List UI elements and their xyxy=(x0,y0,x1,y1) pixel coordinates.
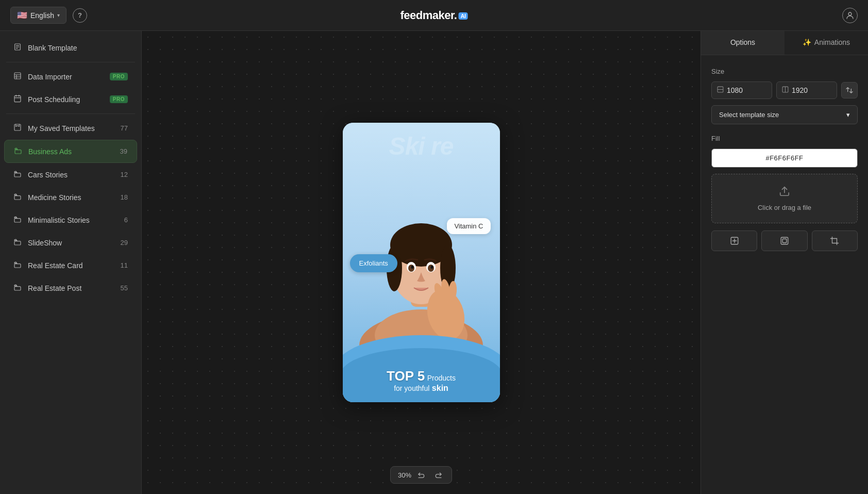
sidebar-item-real-estate-post[interactable]: Real Estate Post 55 xyxy=(4,277,137,299)
panel-tabs: Options ✨ Animations xyxy=(701,31,868,55)
image-tool-fill-button[interactable] xyxy=(761,230,807,251)
youthful-text: for youthful xyxy=(394,384,429,392)
undo-button[interactable] xyxy=(415,470,428,480)
business-ads-label: Business Ads xyxy=(28,147,120,156)
bottom-toolbar: 30% xyxy=(390,466,452,484)
main-layout: Blank Template Data Importer PRO Post Sc… xyxy=(0,31,868,494)
real-estate-post-label: Real Estate Post xyxy=(28,284,121,292)
logo-ai-badge: AI xyxy=(458,12,468,20)
sidebar-item-blank-template[interactable]: Blank Template xyxy=(4,37,137,59)
svg-rect-44 xyxy=(781,237,788,244)
skin-text: skin xyxy=(432,384,448,392)
logo-text: feedmaker. xyxy=(400,9,457,22)
tab-options[interactable]: Options xyxy=(701,31,784,55)
vitamin-c-label: Vitamin C xyxy=(454,222,483,230)
sidebar-item-medicine-stories[interactable]: Medicine Stories 18 xyxy=(4,186,137,208)
topbar: 🇺🇸 English ▾ ? feedmaker.AI xyxy=(0,0,868,31)
svg-point-30 xyxy=(408,265,414,272)
size-section-label: Size xyxy=(711,68,858,75)
animations-icon: ✨ xyxy=(803,38,811,46)
chevron-down-icon: ▾ xyxy=(846,111,850,119)
sidebar-item-business-ads[interactable]: Business Ads 39 xyxy=(4,140,137,163)
slideshow-badge: 29 xyxy=(121,239,128,246)
svg-rect-15 xyxy=(14,173,21,177)
my-saved-templates-label: My Saved Templates xyxy=(28,124,121,133)
vitamin-c-tag: Vitamin C xyxy=(447,218,490,234)
svg-rect-17 xyxy=(14,219,21,222)
svg-rect-13 xyxy=(14,124,21,130)
help-button[interactable]: ? xyxy=(73,8,87,23)
post-scheduling-pro-badge: PRO xyxy=(110,95,128,103)
card-bottom-text: TOP 5 Products for youthful skin xyxy=(343,369,500,393)
upload-text: Click or drag a file xyxy=(758,204,811,211)
sidebar-item-slideshow[interactable]: SlideShow 29 xyxy=(4,232,137,254)
svg-rect-45 xyxy=(782,239,787,243)
image-tool-crop-button[interactable] xyxy=(812,230,858,251)
svg-rect-9 xyxy=(14,96,21,102)
width-icon xyxy=(717,86,724,94)
card-background: Ski re xyxy=(343,123,500,402)
fill-color-box[interactable]: #F6F6F6FF xyxy=(711,149,858,168)
upload-area[interactable]: Click or drag a file xyxy=(711,174,858,223)
svg-point-33 xyxy=(430,266,433,269)
width-input-box xyxy=(711,81,772,99)
image-tools-row xyxy=(711,230,858,251)
sidebar-item-post-scheduling[interactable]: Post Scheduling PRO xyxy=(4,88,137,110)
cars-stories-label: Cars Stories xyxy=(28,171,121,179)
profile-button[interactable] xyxy=(842,8,858,23)
tab-animations[interactable]: ✨ Animations xyxy=(784,31,868,55)
topbar-center: feedmaker.AI xyxy=(400,9,468,22)
swap-dimensions-button[interactable] xyxy=(841,82,858,98)
blank-template-icon xyxy=(13,43,22,53)
data-importer-icon xyxy=(13,72,22,81)
canvas-card[interactable]: Ski re xyxy=(343,123,500,402)
canvas-wrapper: Ski re xyxy=(343,123,500,402)
chevron-down-icon: ▾ xyxy=(57,12,60,18)
real-estate-post-badge: 55 xyxy=(121,284,128,292)
exfoliants-label: Exfoliants xyxy=(359,259,388,267)
products-text: Products xyxy=(427,374,456,382)
sidebar-item-my-saved-templates[interactable]: My Saved Templates 77 xyxy=(4,117,137,139)
panel-body: Size Select xyxy=(701,55,868,494)
svg-rect-16 xyxy=(14,196,21,200)
my-saved-templates-icon xyxy=(13,123,22,133)
topbar-left: 🇺🇸 English ▾ ? xyxy=(10,7,87,24)
tab-options-label: Options xyxy=(730,38,755,46)
height-input[interactable] xyxy=(792,86,823,94)
size-row xyxy=(711,81,858,99)
top5-text: TOP 5 xyxy=(387,368,425,384)
width-input[interactable] xyxy=(727,86,758,94)
sidebar-item-data-importer[interactable]: Data Importer PRO xyxy=(4,65,137,88)
blank-template-label: Blank Template xyxy=(28,44,128,52)
sidebar-item-minimalistic-stories[interactable]: Minimalistic Stories 6 xyxy=(4,209,137,231)
person-svg xyxy=(343,150,500,356)
slideshow-label: SlideShow xyxy=(28,239,121,247)
canvas-area: Ski re xyxy=(142,31,700,494)
right-panel: Options ✨ Animations Size xyxy=(700,31,868,494)
minimalistic-stories-badge: 6 xyxy=(124,216,128,224)
post-scheduling-icon xyxy=(13,94,22,104)
svg-rect-5 xyxy=(14,73,21,79)
select-template-size-button[interactable]: Select template size ▾ xyxy=(711,105,858,124)
height-icon xyxy=(782,86,789,94)
redo-button[interactable] xyxy=(432,470,444,480)
cars-stories-badge: 12 xyxy=(121,171,128,178)
image-tool-fit-button[interactable] xyxy=(711,230,757,251)
my-saved-templates-badge: 77 xyxy=(121,124,128,132)
fill-section-label: Fill xyxy=(711,135,858,142)
card-watermark-text: Ski re xyxy=(343,132,500,160)
medicine-stories-icon xyxy=(13,192,22,202)
fill-color-value: #F6F6F6FF xyxy=(765,154,803,162)
minimalistic-stories-label: Minimalistic Stories xyxy=(28,216,124,224)
tab-animations-label: Animations xyxy=(814,38,850,46)
sidebar-divider-1 xyxy=(6,62,135,62)
sidebar-divider-2 xyxy=(6,113,135,114)
svg-rect-19 xyxy=(14,264,21,268)
flag-icon: 🇺🇸 xyxy=(17,10,27,20)
sidebar-item-real-estate-card[interactable]: Real Estate Card 11 xyxy=(4,254,137,276)
language-selector[interactable]: 🇺🇸 English ▾ xyxy=(10,7,66,24)
exfoliants-tag: Exfoliants xyxy=(350,254,397,272)
slideshow-icon xyxy=(13,238,22,248)
svg-rect-18 xyxy=(14,241,21,245)
sidebar-item-cars-stories[interactable]: Cars Stories 12 xyxy=(4,163,137,186)
